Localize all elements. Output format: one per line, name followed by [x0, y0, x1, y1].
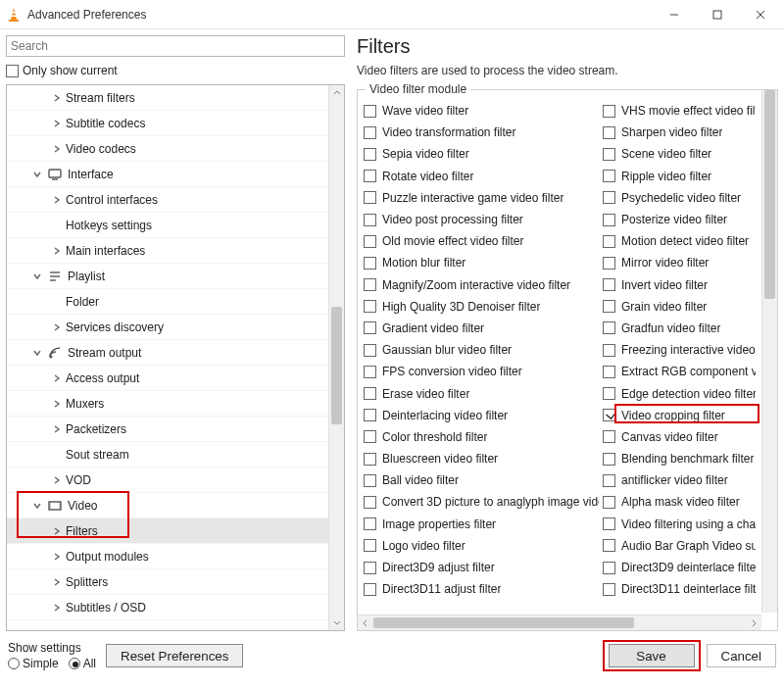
chevron-down-icon[interactable] — [30, 270, 44, 283]
tree-item[interactable]: Output modules — [7, 544, 328, 569]
cancel-button[interactable]: Cancel — [707, 644, 777, 667]
scroll-thumb[interactable] — [373, 617, 634, 628]
checkbox[interactable] — [364, 126, 376, 139]
checkbox[interactable] — [364, 148, 376, 161]
chevron-right-icon[interactable] — [50, 142, 64, 156]
checkbox[interactable] — [603, 496, 615, 509]
checkbox[interactable] — [603, 409, 615, 421]
tree-item[interactable]: Stream filters — [7, 85, 328, 111]
scroll-left-icon[interactable] — [358, 615, 373, 630]
filter-checkbox-row[interactable]: Image properties filter — [364, 514, 603, 535]
checkbox[interactable] — [364, 300, 376, 313]
checkbox[interactable] — [603, 278, 615, 291]
filter-checkbox-row[interactable]: Wave video filter — [364, 100, 603, 122]
tree-item[interactable]: Muxers — [7, 391, 328, 417]
filter-checkbox-row[interactable]: Gaussian blur video filter — [364, 339, 603, 361]
tree-item[interactable]: Video — [7, 493, 328, 518]
filter-checkbox-row[interactable]: Ball video filter — [364, 469, 603, 491]
chevron-right-icon[interactable] — [50, 575, 64, 589]
filter-checkbox-row[interactable]: Video cropping filter — [603, 405, 760, 426]
checkbox[interactable] — [364, 409, 376, 421]
checkbox[interactable] — [364, 170, 376, 182]
filter-checkbox-row[interactable]: Motion detect video filter — [603, 230, 760, 252]
filter-checkbox-row[interactable]: Erase video filter — [364, 382, 603, 404]
filter-checkbox-row[interactable]: Deinterlacing video filter — [364, 405, 603, 426]
scroll-down-icon[interactable] — [329, 615, 344, 630]
filter-checkbox-row[interactable]: Gradfun video filter — [603, 318, 760, 339]
checkbox[interactable] — [603, 539, 615, 552]
chevron-right-icon[interactable] — [50, 473, 64, 487]
checkbox[interactable] — [603, 191, 615, 204]
radio-simple[interactable]: Simple — [8, 657, 59, 670]
scroll-up-icon[interactable] — [329, 85, 344, 101]
checkbox[interactable] — [603, 562, 615, 574]
tree-item[interactable]: Stream output — [7, 340, 328, 366]
checkbox[interactable] — [364, 496, 376, 509]
checkbox[interactable] — [364, 387, 376, 400]
filter-checkbox-row[interactable]: Video transformation filter — [364, 122, 603, 143]
checkbox[interactable] — [603, 235, 615, 248]
tree-vscroll[interactable] — [328, 85, 344, 630]
checkbox[interactable] — [364, 366, 376, 378]
checkbox[interactable] — [603, 453, 615, 466]
tree-item[interactable]: Filters — [7, 518, 328, 544]
checkbox[interactable] — [603, 170, 615, 182]
chevron-right-icon[interactable] — [50, 397, 64, 411]
maximize-button[interactable] — [696, 1, 739, 28]
scroll-thumb[interactable] — [764, 90, 775, 299]
chevron-right-icon[interactable] — [50, 524, 64, 538]
filter-checkbox-row[interactable]: Canvas video filter — [603, 426, 760, 448]
checkbox[interactable] — [603, 344, 615, 357]
chevron-right-icon[interactable] — [50, 371, 64, 385]
tree-item[interactable]: Sout stream — [7, 442, 328, 468]
chevron-down-icon[interactable] — [30, 168, 44, 181]
filter-checkbox-row[interactable]: Edge detection video filter — [603, 382, 760, 404]
checkbox[interactable] — [603, 321, 615, 334]
scroll-thumb[interactable] — [331, 307, 342, 424]
filter-checkbox-row[interactable]: Direct3D11 adjust filter — [364, 578, 603, 600]
chevron-down-icon[interactable] — [30, 499, 44, 513]
checkbox[interactable] — [603, 430, 615, 443]
reset-preferences-button[interactable]: Reset Preferences — [106, 644, 243, 667]
checkbox[interactable] — [603, 474, 615, 487]
filter-checkbox-row[interactable]: Psychedelic video filter — [603, 187, 760, 209]
tree-item[interactable]: Splitters — [7, 569, 328, 595]
filter-checkbox-row[interactable]: Extract RGB component vid — [603, 361, 760, 382]
filter-checkbox-row[interactable]: Sepia video filter — [364, 143, 603, 165]
filters-hscroll[interactable] — [358, 615, 761, 630]
chevron-right-icon[interactable] — [50, 422, 64, 436]
filter-checkbox-row[interactable]: Video filtering using a chain — [603, 514, 760, 535]
tree-item[interactable]: Folder — [7, 289, 328, 315]
filter-checkbox-row[interactable]: Motion blur filter — [364, 252, 603, 273]
checkbox[interactable] — [364, 321, 376, 334]
filter-checkbox-row[interactable]: Bluescreen video filter — [364, 448, 603, 469]
filter-checkbox-row[interactable]: Old movie effect video filter — [364, 230, 603, 252]
filter-checkbox-row[interactable]: Mirror video filter — [603, 252, 760, 273]
close-button[interactable] — [739, 1, 782, 28]
tree-item[interactable]: Packetizers — [7, 417, 328, 442]
filter-checkbox-row[interactable]: Magnify/Zoom interactive video filter — [364, 274, 603, 296]
checkbox[interactable] — [603, 126, 615, 139]
filter-checkbox-row[interactable]: Invert video filter — [603, 274, 760, 296]
tree-item[interactable]: Subtitle codecs — [7, 111, 328, 136]
tree-item[interactable]: Interface — [7, 162, 328, 187]
checkbox[interactable] — [364, 257, 376, 270]
checkbox[interactable] — [603, 105, 615, 118]
filter-checkbox-row[interactable]: antiflicker video filter — [603, 469, 760, 491]
chevron-right-icon[interactable] — [50, 193, 64, 207]
checkbox[interactable] — [364, 583, 376, 596]
chevron-down-icon[interactable] — [30, 346, 44, 360]
filter-checkbox-row[interactable]: Alpha mask video filter — [603, 491, 760, 513]
filter-checkbox-row[interactable]: VHS movie effect video filte — [603, 100, 760, 122]
only-show-current-checkbox[interactable] — [6, 65, 19, 77]
tree-item[interactable]: Subtitles / OSD — [7, 595, 328, 620]
filter-checkbox-row[interactable]: Gradient video filter — [364, 318, 603, 339]
minimize-button[interactable] — [653, 1, 696, 28]
tree-item[interactable]: Main interfaces — [7, 238, 328, 264]
checkbox[interactable] — [603, 583, 615, 596]
checkbox[interactable] — [364, 105, 376, 118]
filter-checkbox-row[interactable]: Posterize video filter — [603, 209, 760, 230]
checkbox[interactable] — [364, 517, 376, 530]
filter-checkbox-row[interactable]: Rotate video filter — [364, 166, 603, 187]
filter-checkbox-row[interactable]: Direct3D11 deinterlace filte — [603, 578, 760, 600]
